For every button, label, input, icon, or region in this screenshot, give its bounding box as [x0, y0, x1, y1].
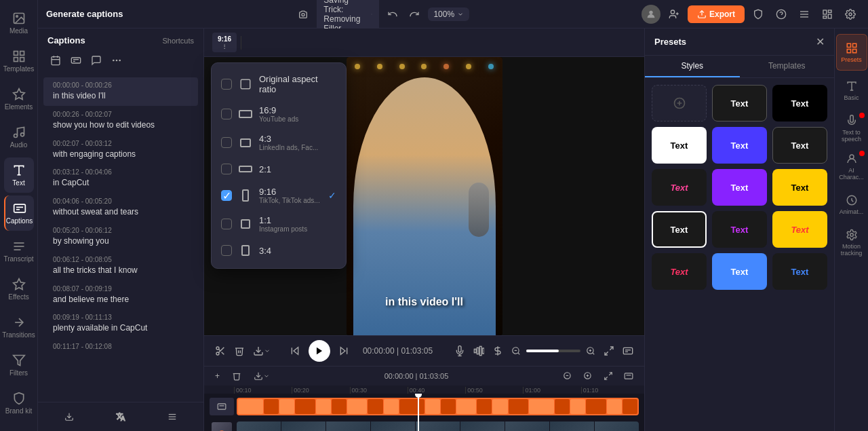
caption-item[interactable]: 00:03:12 - 00:04:06 in CapCut [43, 164, 198, 193]
svg-point-106 [850, 155, 854, 159]
sidebar-item-effects[interactable]: Effects [4, 271, 34, 307]
preset-card-13[interactable]: Text [712, 253, 767, 290]
preset-card-14[interactable]: Text [772, 253, 827, 290]
captions-tool-2[interactable] [68, 52, 84, 69]
caption-item[interactable]: 00:00:00 - 00:00:26 in this video I'll [43, 77, 198, 106]
ar-option-9-16[interactable]: ✓ 9:16 TikTok, TikTok ads... ✓ [212, 181, 346, 210]
ar-option-2-1[interactable]: 2:1 [212, 157, 346, 181]
ar-option-original[interactable]: Original aspect ratio [212, 69, 346, 100]
preset-card-12[interactable]: Text [652, 253, 707, 290]
captions-tool-1[interactable] [47, 52, 64, 69]
sidebar-item-templates[interactable]: Templates [4, 43, 34, 79]
ar-option-1-1[interactable]: 1:1 Instagram posts [212, 210, 346, 238]
preset-card-empty[interactable] [652, 85, 707, 121]
tl-fit-btn[interactable] [599, 369, 617, 383]
add-user-btn[interactable] [665, 5, 684, 24]
preset-card-10[interactable]: Text [712, 211, 767, 248]
list-icon-btn[interactable] [795, 5, 814, 24]
scissors-btn[interactable] [212, 343, 229, 359]
tool-basic[interactable]: Basic [836, 72, 867, 109]
layout-btn[interactable] [818, 5, 837, 24]
caption-item[interactable]: 00:02:07 - 00:03:12 with engaging captio… [43, 136, 198, 164]
caption-item[interactable]: 00:11:17 - 00:12:08 [43, 339, 198, 356]
split-btn[interactable] [490, 343, 506, 359]
zoom-out-btn[interactable] [509, 343, 524, 358]
aspect-ratio-btn[interactable]: 9:16 ⋮ [212, 33, 237, 52]
caption-item[interactable]: 00:05:20 - 00:06:12 by showing you [43, 223, 198, 251]
caption-item[interactable]: 00:00:26 - 00:02:07 show you how to edit… [43, 107, 198, 135]
preset-card-2[interactable]: Text [772, 85, 827, 121]
mic-btn[interactable] [452, 343, 468, 359]
download-captions-btn[interactable] [60, 408, 78, 426]
delete-btn[interactable] [231, 343, 248, 359]
ar-option-16-9[interactable]: 16:9 YouTube ads [212, 100, 346, 128]
download-btn[interactable] [250, 343, 273, 359]
tool-presets[interactable]: Presets [836, 34, 867, 71]
audio-btn[interactable] [471, 343, 487, 359]
sidebar-item-transcript[interactable]: Transcript [4, 233, 34, 269]
save-to-cloud-btn[interactable] [295, 6, 311, 22]
captions-tool-3[interactable] [88, 52, 104, 69]
settings-btn[interactable] [841, 5, 860, 24]
sidebar-item-transitions[interactable]: Transitions [4, 310, 34, 345]
caption-item[interactable]: 00:04:06 - 00:05:20 without sweat and te… [43, 193, 198, 222]
skip-forward-btn[interactable] [336, 343, 352, 359]
preset-card-11[interactable]: Text [772, 211, 827, 248]
captions-tool-4[interactable] [108, 52, 125, 69]
export-btn[interactable]: Export [688, 5, 745, 23]
sidebar-item-elements[interactable]: Elements [4, 81, 34, 117]
volume-slider[interactable] [526, 350, 580, 352]
tool-animation[interactable]: Animat... [836, 186, 867, 223]
skip-back-btn[interactable] [287, 343, 303, 359]
caption-item[interactable]: 00:06:12 - 00:08:05 all the tricks that … [43, 252, 198, 280]
tl-captions-btn[interactable] [620, 369, 637, 383]
fullscreen-btn[interactable] [601, 343, 617, 359]
preset-card-5[interactable]: Text [772, 127, 827, 164]
undo-btn[interactable] [384, 6, 401, 22]
zoom-in-btn[interactable] [583, 343, 598, 358]
tool-ai-characters[interactable]: AI Charac... [836, 148, 867, 185]
shield-icon-btn[interactable] [749, 5, 768, 24]
zoom-control[interactable]: 100% [428, 7, 469, 21]
ar-option-4-3[interactable]: 4:3 LinkedIn ads, Fac... [212, 128, 346, 157]
sidebar-item-media[interactable]: Media [4, 5, 34, 41]
sidebar-item-audio[interactable]: Audio [4, 119, 34, 155]
sidebar-item-brand-kit[interactable]: Brand kit [4, 386, 34, 421]
light-dot [466, 64, 471, 69]
tool-sidebar: Presets Basic Text to speech AI Charac..… [834, 29, 868, 431]
preset-card-4[interactable]: Text [712, 127, 767, 164]
tl-delete-btn[interactable] [228, 369, 245, 383]
preset-card-9[interactable]: Text [652, 211, 707, 248]
caption-item[interactable]: 00:09:19 - 00:11:13 plenty available in … [43, 310, 198, 338]
sidebar-item-filters[interactable]: Filters [4, 348, 34, 383]
ar-option-3-4[interactable]: 3:4 [212, 238, 346, 263]
shortcuts-link[interactable]: Shortcuts [163, 37, 194, 45]
tl-add-btn[interactable]: + [211, 369, 224, 383]
tl-zoom-in-btn[interactable] [579, 369, 597, 383]
caption-item[interactable]: 00:08:07 - 00:09:19 and believe me there [43, 281, 198, 310]
ar-icon-2-1 [239, 162, 252, 176]
preset-card-6[interactable]: Text [652, 169, 707, 206]
preset-card-7[interactable]: Text [712, 169, 767, 206]
translate-captions-btn[interactable] [112, 408, 130, 426]
video-track-content[interactable] [237, 421, 639, 431]
redo-btn[interactable] [406, 6, 422, 22]
tl-zoom-out-btn[interactable] [559, 369, 576, 383]
tool-motion-tracking[interactable]: Motion tracking [836, 224, 867, 261]
tab-templates[interactable]: Templates [740, 56, 835, 77]
ar-checkbox-original [221, 79, 232, 90]
play-btn[interactable] [309, 340, 330, 362]
tl-download-btn[interactable] [250, 369, 274, 383]
tab-styles[interactable]: Styles [645, 56, 740, 77]
sidebar-item-captions[interactable]: Captions [4, 195, 34, 231]
tool-text-to-speech[interactable]: Text to speech [836, 110, 867, 147]
preset-card-1[interactable]: Text [712, 85, 767, 121]
presets-close-btn[interactable]: ✕ [816, 35, 825, 48]
sidebar-item-text[interactable]: Text [4, 157, 34, 193]
more-options-btn[interactable] [163, 408, 181, 426]
caption-overlay-btn[interactable] [620, 343, 636, 359]
preset-card-3[interactable]: Text [652, 127, 707, 164]
help-btn[interactable] [772, 5, 791, 24]
preset-card-8[interactable]: Text [772, 169, 827, 206]
caption-track-content[interactable] [237, 398, 639, 415]
